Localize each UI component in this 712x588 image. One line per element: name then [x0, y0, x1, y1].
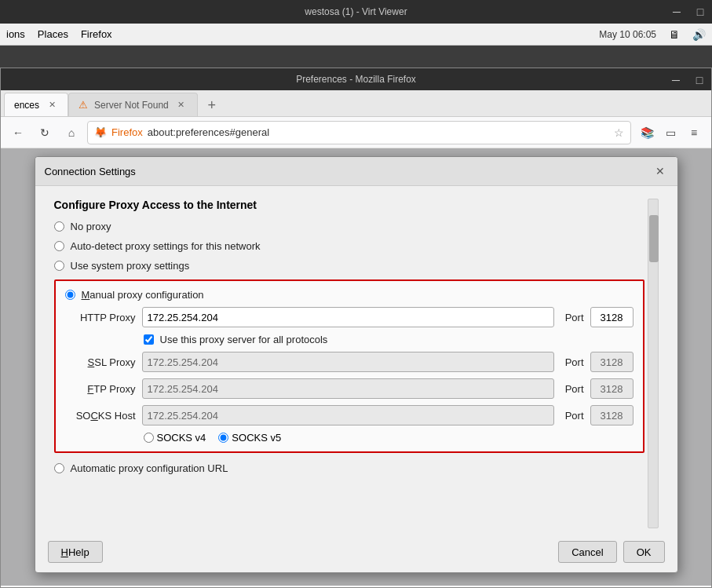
manual-label-underline: M	[82, 289, 90, 301]
help-button[interactable]: HHelp	[48, 541, 103, 563]
url-prefix: Firefox	[111, 126, 143, 138]
url-text: about:preferences#general	[148, 126, 609, 138]
volume-icon: 🔊	[692, 28, 706, 41]
tab-server-not-found-label: Server Not Found	[94, 100, 169, 111]
home-button[interactable]: ⌂	[60, 122, 82, 144]
ssl-port-input[interactable]	[590, 352, 633, 372]
auto-url-radio[interactable]	[54, 463, 64, 473]
ftp-proxy-input[interactable]	[142, 378, 554, 399]
virt-viewer-title: westosa (1) - Virt Viewer	[305, 6, 407, 17]
socks-port-label: Port	[565, 410, 584, 422]
auto-detect-radio[interactable]	[54, 241, 64, 251]
url-bar[interactable]: 🦊 Firefox about:preferences#general ☆	[87, 121, 631, 144]
menu-button[interactable]: ≡	[683, 122, 705, 144]
socks-host-label: SOCKS Host	[65, 410, 136, 422]
tab-warning-icon: ⚠	[79, 99, 88, 111]
dialog-body: Configure Proxy Access to the Internet N…	[35, 186, 677, 535]
scrollbar-thumb[interactable]	[649, 215, 659, 262]
titlebar-buttons: ─ □	[665, 0, 712, 24]
socks-v5-option: SOCKS v5	[218, 432, 281, 444]
ssl-port-label: Port	[565, 356, 584, 368]
tab-bar: ences ✕ ⚠ Server Not Found ✕ +	[1, 90, 711, 117]
ftp-proxy-label: FTP Proxy	[65, 383, 136, 395]
footer-left: HHelp	[48, 541, 103, 563]
system-proxy-radio[interactable]	[54, 261, 64, 271]
auto-detect-label[interactable]: Auto-detect proxy settings for this netw…	[71, 240, 261, 252]
auto-url-label[interactable]: Automatic proxy configuration URL	[71, 462, 228, 474]
manual-radio-row: Manual proxy configuration	[65, 289, 633, 301]
nav-right-buttons: 📚 ▭ ≡	[636, 122, 705, 144]
library-button[interactable]: 📚	[636, 122, 658, 144]
auto-url-row: Automatic proxy configuration URL	[54, 462, 644, 474]
manual-label-text: anual proxy configuration	[89, 289, 203, 301]
connection-settings-dialog: Connection Settings ✕ Configure Proxy Ac…	[35, 156, 678, 573]
tab-server-not-found[interactable]: ⚠ Server Not Found ✕	[68, 93, 198, 116]
firefox-window-title: Preferences - Mozilla Firefox	[296, 74, 416, 85]
cancel-button[interactable]: Cancel	[558, 541, 616, 563]
auto-detect-row: Auto-detect proxy settings for this netw…	[54, 240, 644, 252]
sidebar-button[interactable]: ▭	[659, 122, 681, 144]
firefox-minimize-button[interactable]: ─	[664, 68, 688, 92]
page-content: Connection Settings ✕ Configure Proxy Ac…	[1, 148, 711, 586]
socks-v4-label[interactable]: SOCKS v4	[157, 432, 206, 444]
dialog-close-button[interactable]: ✕	[652, 163, 668, 179]
tab-preferences-close[interactable]: ✕	[46, 99, 58, 111]
http-proxy-label: HTTP Proxy	[65, 312, 136, 323]
firefox-titlebar-buttons: ─ □	[664, 68, 711, 90]
http-proxy-row: HTTP Proxy Port	[65, 307, 633, 327]
virt-viewer-titlebar: westosa (1) - Virt Viewer ─ □	[0, 0, 712, 24]
dialog-scrollbar[interactable]	[648, 199, 659, 528]
ftp-proxy-row: FTP Proxy Port	[65, 378, 633, 399]
use-for-all-row: Use this proxy server for all protocols	[144, 334, 633, 345]
menu-item-places[interactable]: Places	[38, 28, 68, 40]
back-button[interactable]: ←	[7, 122, 29, 144]
dialog-footer: HHelp Cancel OK	[35, 535, 677, 572]
ssl-proxy-row: SSL Proxy Port	[65, 352, 633, 372]
ssl-proxy-input[interactable]	[142, 352, 554, 372]
new-tab-button[interactable]: +	[201, 94, 223, 116]
system-proxy-label[interactable]: Use system proxy settings	[71, 260, 190, 272]
section-title: Configure Proxy Access to the Internet	[54, 199, 644, 211]
no-proxy-radio[interactable]	[54, 221, 64, 232]
reload-button[interactable]: ↻	[34, 122, 56, 144]
manual-proxy-radio[interactable]	[65, 290, 75, 300]
network-icon: 🖥	[669, 28, 680, 41]
menu-item-firefox[interactable]: Firefox	[81, 28, 112, 40]
use-for-all-label[interactable]: Use this proxy server for all protocols	[160, 334, 328, 345]
tab-server-not-found-close[interactable]: ✕	[175, 99, 188, 111]
socks-host-input[interactable]	[142, 405, 554, 425]
firefox-logo-icon: 🦊	[94, 126, 107, 138]
help-label: HHelp	[61, 546, 89, 558]
footer-right: Cancel OK	[558, 541, 664, 563]
socks-v4-option: SOCKS v4	[144, 432, 206, 444]
vm-menubar: ions Places Firefox May 10 06:05 🖥 🔊	[0, 24, 712, 46]
ftp-port-label: Port	[565, 383, 584, 395]
firefox-maximize-button[interactable]: □	[688, 68, 711, 92]
ftp-port-input[interactable]	[590, 378, 633, 399]
use-for-all-checkbox[interactable]	[144, 334, 154, 345]
ok-button[interactable]: OK	[623, 541, 665, 563]
firefox-window: Preferences - Mozilla Firefox ─ □ ences …	[0, 68, 712, 588]
minimize-button[interactable]: ─	[665, 0, 688, 24]
dialog-main: Configure Proxy Access to the Internet N…	[54, 199, 644, 528]
no-proxy-row: No proxy	[54, 221, 644, 232]
bookmark-star-icon[interactable]: ☆	[614, 126, 624, 139]
menu-item-ions[interactable]: ions	[6, 28, 25, 40]
no-proxy-label[interactable]: No proxy	[71, 221, 111, 232]
tab-preferences[interactable]: ences ✕	[4, 93, 68, 116]
ssl-proxy-label: SSL Proxy	[65, 356, 136, 368]
dialog-overlay: Connection Settings ✕ Configure Proxy Ac…	[1, 148, 711, 586]
dialog-titlebar: Connection Settings ✕	[35, 157, 677, 186]
socks-v4-radio[interactable]	[144, 433, 154, 443]
manual-proxy-label: Manual proxy configuration	[82, 289, 204, 301]
socks-version-row: SOCKS v4 SOCKS v5	[144, 432, 633, 444]
maximize-button[interactable]: □	[688, 0, 712, 24]
http-proxy-input[interactable]	[142, 307, 554, 327]
socks-v5-radio[interactable]	[218, 433, 228, 443]
socks-v5-label[interactable]: SOCKS v5	[232, 432, 281, 444]
socks-port-input[interactable]	[590, 405, 633, 425]
http-port-label: Port	[565, 312, 584, 323]
dialog-title: Connection Settings	[45, 166, 136, 177]
firefox-titlebar: Preferences - Mozilla Firefox ─ □	[1, 68, 711, 90]
http-port-input[interactable]	[590, 307, 633, 327]
